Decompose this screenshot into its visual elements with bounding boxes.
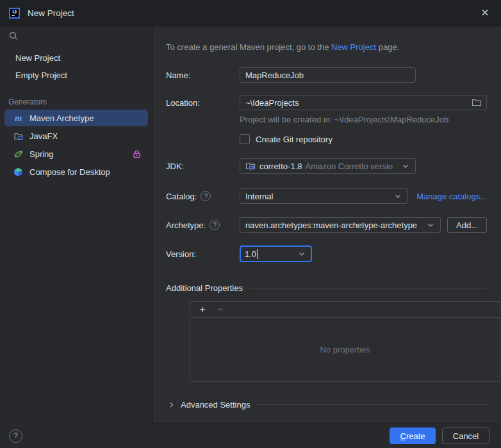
create-button[interactable]: Create [390,427,436,444]
cancel-button[interactable]: Cancel [442,427,489,444]
jdk-row: JDK: corretto-1.8 Amazon Corretto versio [166,158,487,174]
name-input[interactable] [240,67,416,83]
lock-icon [132,149,142,159]
text-caret [257,249,258,259]
sidebar-list: New Project Empty Project Generators m M… [0,46,152,181]
properties-table: + − No properties [190,301,500,382]
help-icon[interactable]: ? [9,429,22,443]
jdk-label: JDK: [166,162,240,171]
compose-icon [13,167,24,178]
javafx-icon [13,131,24,142]
archetype-select[interactable]: naven.archetypes:maven-archetype-archety… [240,217,441,233]
chevron-down-icon [427,221,436,229]
folder-browse-icon[interactable] [472,97,482,108]
sidebar-item-compose-for-desktop[interactable]: Compose for Desktop [4,163,148,180]
remove-property-icon[interactable]: − [214,303,227,316]
archetype-label: Archetype: ? [166,220,240,230]
sidebar-search[interactable] [0,26,152,46]
section-divider [258,404,487,405]
chevron-down-icon [298,250,307,258]
archetype-help-icon[interactable]: ? [209,220,220,230]
advanced-settings-row[interactable]: Advanced Settings [166,400,487,410]
version-row: Version: 1.0 [166,245,487,262]
generators-section-label: Generators [0,94,152,110]
dialog-title: New Project [28,8,74,18]
version-label: Version: [166,249,240,259]
jdk-icon [245,161,256,171]
git-checkbox-label: Create Git repository [256,135,333,144]
add-property-icon[interactable]: + [196,303,209,316]
footer: ? Create Cancel [0,423,501,448]
location-row: Location: [166,95,487,110]
location-helper-text: Project will be created in: ~\IdeaProjec… [240,115,487,124]
new-project-link[interactable]: New Project [331,42,376,52]
section-divider [249,288,487,288]
search-icon [8,31,19,41]
catalog-row: Catalog: ? Internal Manage catalogs... [166,188,487,204]
sidebar-item-javafx[interactable]: JavaFX [4,128,148,144]
sidebar-item-spring[interactable]: Spring [4,145,148,162]
catalog-help-icon[interactable]: ? [201,191,211,201]
jdk-select[interactable]: corretto-1.8 Amazon Corretto versio [240,158,416,174]
advanced-settings-label: Advanced Settings [181,400,250,410]
name-row: Name: [166,67,487,83]
chevron-down-icon [394,192,403,200]
sidebar: New Project Empty Project Generators m M… [0,26,153,423]
add-archetype-button[interactable]: Add... [447,217,487,233]
git-checkbox-row[interactable]: Create Git repository [240,134,487,144]
maven-archetype-icon: m [13,113,24,124]
sidebar-item-new-project[interactable]: New Project [0,49,152,67]
new-project-dialog: IJ New Project ✕ New Project Empty Proje… [0,0,501,448]
properties-empty-state: No properties [190,318,500,381]
version-combobox[interactable]: 1.0 [240,245,312,262]
location-label: Location: [166,98,240,108]
catalog-label: Catalog: ? [166,191,240,201]
close-icon[interactable]: ✕ [478,6,492,20]
spring-icon [13,149,24,160]
catalog-select[interactable]: Internal [240,188,408,204]
intro-text: To create a general Maven project, go to… [166,42,487,52]
sidebar-item-empty-project[interactable]: Empty Project [0,67,152,84]
titlebar: IJ New Project ✕ [0,0,501,26]
main-panel: To create a general Maven project, go to… [153,26,501,423]
name-label: Name: [166,71,240,80]
chevron-down-icon [402,162,411,170]
additional-properties-header: Additional Properties [166,283,487,293]
properties-toolbar: + − [190,302,500,318]
chevron-right-icon [166,401,176,408]
git-checkbox[interactable] [240,134,250,144]
sidebar-item-maven-archetype[interactable]: m Maven Archetype [4,110,148,126]
location-input[interactable] [240,95,487,110]
intellij-logo-icon: IJ [9,8,20,19]
archetype-row: Archetype: ? naven.archetypes:maven-arch… [166,217,487,233]
manage-catalogs-link[interactable]: Manage catalogs... [416,192,487,201]
